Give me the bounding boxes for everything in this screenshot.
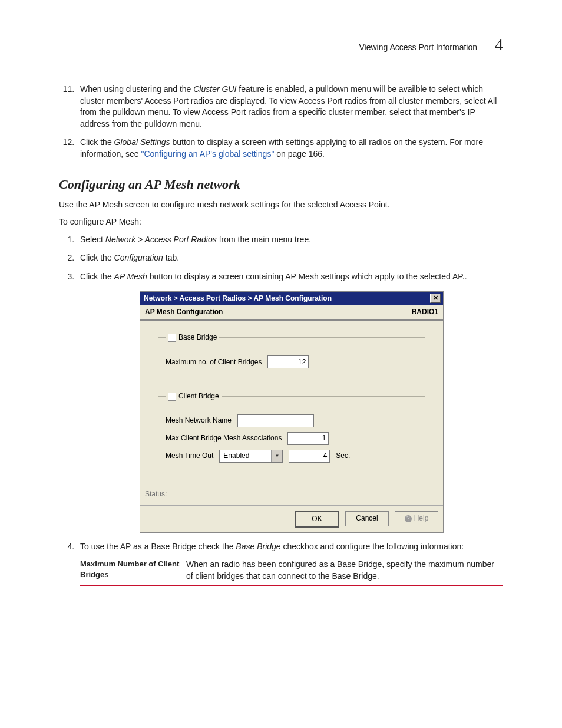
text-run: To use the AP as a Base Bridge check the [80,542,236,551]
text-run: from the main menu tree. [217,235,311,244]
legend-label: Client Bridge [178,392,219,400]
term-cell: Maximum Number of Client Bridges [80,555,186,586]
select-value: Enabled [223,451,249,461]
step-list: When using clustering and the Cluster GU… [59,84,503,160]
chevron-down-icon: ▼ [271,450,282,462]
text-run: Click the [80,272,114,281]
emphasis: Global Settings [114,137,170,147]
mesh-timeout-input[interactable]: 4 [289,450,330,463]
header-title: Viewing Access Port Information [359,42,477,52]
emphasis: AP Mesh [114,272,147,281]
dialog-body: Base Bridge Maximum no. of Client Bridge… [140,321,443,477]
text-run: checkbox and configure the following inf… [281,542,464,551]
mesh-name-input[interactable] [237,414,314,427]
substep-4: To use the AP as a Base Bridge check the… [77,541,503,587]
max-client-bridges-row: Maximum no. of Client Bridges 12 [166,355,418,368]
base-bridge-checkbox[interactable] [168,334,176,342]
text-run: When using clustering and the [80,84,193,94]
dialog-subtitle: AP Mesh Configuration [145,307,223,317]
client-bridge-checkbox[interactable] [168,393,176,401]
text-run: tab. [163,253,179,262]
base-bridge-group: Base Bridge Maximum no. of Client Bridge… [158,332,425,383]
help-label: Help [414,513,429,523]
emphasis: Base Bridge [236,542,280,551]
emphasis: Configuration [114,253,163,262]
mesh-timeout-label: Mesh Time Out [166,451,213,461]
max-assoc-label: Max Client Bridge Mesh Associations [166,433,282,443]
desc-cell: When an radio has been configured as a B… [186,555,503,586]
step-11: When using clustering and the Cluster GU… [77,84,503,130]
client-bridge-legend: Client Bridge [166,391,222,401]
intro-paragraph: Use the AP Mesh screen to configure mesh… [59,199,503,211]
help-icon: ? [405,515,412,522]
dialog-subheader: AP Mesh Configuration RADIO1 [140,305,443,321]
mesh-timeout-row: Mesh Time Out Enabled ▼ 4 Sec. [166,450,418,463]
substep-3: Click the AP Mesh button to display a sc… [77,271,503,533]
legend-label: Base Bridge [178,333,217,341]
status-label: Status: [145,490,167,498]
cross-reference-link[interactable]: "Configuring an AP's global settings" [141,149,275,159]
emphasis: Cluster GUI [193,84,236,94]
substep-1: Select Network > Access Port Radios from… [77,234,503,246]
emphasis: Network > Access Port Radios [105,235,217,244]
text-run: Select [80,235,105,244]
dialog-radio-label: RADIO1 [412,307,438,317]
mesh-timeout-select[interactable]: Enabled ▼ [219,450,283,463]
step-12: Click the Global Settings button to disp… [77,137,503,160]
page-header: Viewing Access Port Information 4 [59,35,503,54]
substep-list: Select Network > Access Port Radios from… [59,234,503,587]
text-run: Click the [80,253,114,262]
dialog-button-row: OK Cancel ?Help [140,505,443,532]
chapter-number: 4 [495,35,503,54]
dialog-title: Network > Access Port Radios > AP Mesh C… [144,294,332,304]
text-run: on page 166. [274,149,325,159]
intro-paragraph: To configure AP Mesh: [59,216,503,228]
dialog-titlebar: Network > Access Port Radios > AP Mesh C… [140,292,443,305]
ok-button[interactable]: OK [295,511,339,528]
ap-mesh-dialog: Network > Access Port Radios > AP Mesh C… [140,291,444,533]
text-run: button to display a screen containing AP… [147,272,467,281]
base-bridge-legend: Base Bridge [166,332,219,342]
max-assoc-input[interactable]: 1 [287,432,329,445]
definition-table: Maximum Number of Client Bridges When an… [80,555,503,586]
help-button[interactable]: ?Help [395,511,438,526]
close-button[interactable]: ✕ [430,294,441,303]
section-heading: Configuring an AP Mesh network [59,177,503,192]
status-row: Status: [140,486,443,505]
cancel-button[interactable]: Cancel [345,511,389,526]
text-run: Click the [80,137,114,147]
max-client-bridges-label: Maximum no. of Client Bridges [166,357,262,367]
substep-2: Click the Configuration tab. [77,252,503,264]
mesh-timeout-unit: Sec. [336,451,350,461]
max-assoc-row: Max Client Bridge Mesh Associations 1 [166,432,418,445]
max-client-bridges-input[interactable]: 12 [267,355,309,368]
mesh-name-label: Mesh Network Name [166,416,232,426]
client-bridge-group: Client Bridge Mesh Network Name Max Clie… [158,391,425,477]
mesh-name-row: Mesh Network Name [166,414,418,427]
